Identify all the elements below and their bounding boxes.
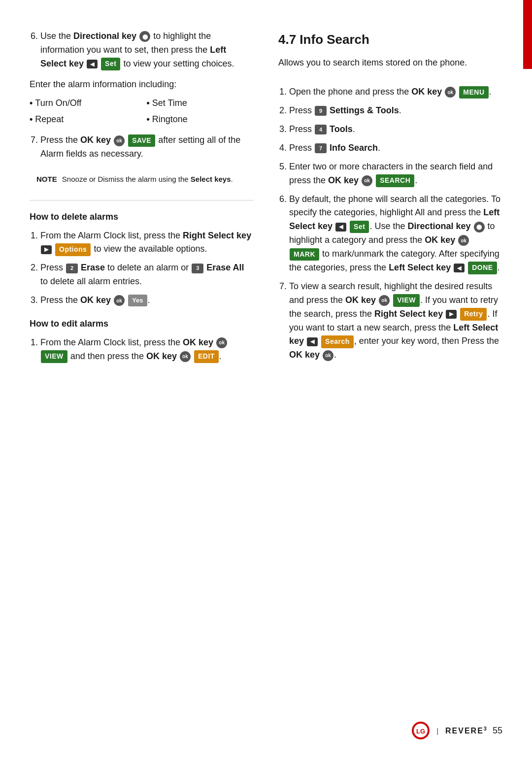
directional-key-label: Directional key <box>73 31 136 41</box>
left-select-key-label: Left Select key <box>40 45 226 68</box>
ok-key-icon-delete: ok <box>114 295 125 306</box>
tools-label: Tools <box>330 124 353 134</box>
page: Use the Directional key ⬤ to highlight t… <box>0 0 532 764</box>
save-button: SAVE <box>128 134 155 147</box>
done-button: DONE <box>468 262 497 274</box>
is-step-6: By default, the phone will search all th… <box>289 193 502 275</box>
delete-step-3: Press the OK key ok Yes. <box>40 294 254 307</box>
right-select-key-is7: Right Select key <box>374 309 443 319</box>
delete-step-2: Press 2 Erase to delete an alarm or 3 Er… <box>40 261 254 289</box>
erase-label: Erase <box>81 263 105 272</box>
note-label: NOTE <box>36 175 57 183</box>
left-select-key-is6b: Left Select key <box>389 263 451 272</box>
dir-icon-is6: ⬤ <box>474 222 485 233</box>
intro-text: Allows you to search items stored on the… <box>278 56 502 70</box>
step-7: Press the OK key ok SAVE after setting a… <box>40 133 254 161</box>
note-text: Snooze or Dismiss the alarm using the Se… <box>62 175 233 183</box>
is-step-7: To view a search result, highlight the d… <box>289 280 502 362</box>
dir-key-is6: Directional key <box>407 221 470 231</box>
alarm-bullets: Turn On/Off Set Time Repeat Ringtone <box>30 97 254 127</box>
search-button-is7: Search <box>321 335 354 348</box>
left-select-icon-is6: ◀ <box>335 223 346 232</box>
search-button-is5: SEARCH <box>376 174 414 187</box>
left-steps-list: Use the Directional key ⬤ to highlight t… <box>30 30 254 71</box>
how-delete-title: How to delete alarms <box>30 210 254 224</box>
select-keys-bold: Select keys <box>191 175 231 183</box>
ok-key-icon-step7: ok <box>114 135 125 146</box>
footer-separator: | <box>436 727 438 735</box>
bullet-set-time: Set Time <box>147 97 254 110</box>
ok-key-is6: OK key <box>425 235 455 245</box>
ok-key-label-step7: OK key <box>80 135 111 145</box>
info-search-label: Info Search <box>330 143 378 153</box>
view-button-edit: VIEW <box>41 350 67 363</box>
is-step-4: Press 7 Info Search. <box>289 141 502 155</box>
retry-button: Retry <box>460 308 487 321</box>
page-number: 55 <box>493 726 502 736</box>
erase-all-label: Erase All <box>206 263 244 272</box>
ok-icon-is6: ok <box>458 235 469 246</box>
ok-key-label-edit1: OK key <box>183 337 213 347</box>
bookmark-tab <box>523 0 532 69</box>
directional-key-icon: ⬤ <box>139 31 150 42</box>
bullet-repeat: Repeat <box>30 113 137 127</box>
ok-icon-is7b: ok <box>323 350 333 361</box>
step7-list: Press the OK key ok SAVE after setting a… <box>30 133 254 161</box>
note-box: NOTE Snooze or Dismiss the alarm using t… <box>30 169 254 190</box>
mark-button: MARK <box>290 248 319 261</box>
edit-button: EDIT <box>194 350 219 363</box>
ok-key-is5: OK key <box>328 175 359 185</box>
left-select-icon-is7: ◀ <box>307 337 318 346</box>
how-edit-title: How to edit alarms <box>30 317 254 331</box>
is-step-5: Enter two or more characters in the sear… <box>289 160 502 188</box>
ok-key-is1: OK key <box>411 87 442 97</box>
ok-icon-is7: ok <box>379 295 390 306</box>
right-select-key-label: Right Select key <box>183 231 251 240</box>
settings-tools-label: Settings & Tools <box>330 105 399 115</box>
ok-key-is7: OK key <box>345 295 376 305</box>
edit-steps-list: From the Alarm Clock list, press the OK … <box>30 336 254 364</box>
left-column: Use the Directional key ⬤ to highlight t… <box>30 30 254 370</box>
left-select-key-is7: Left Select key <box>289 323 498 346</box>
options-button: Options <box>55 243 91 256</box>
svg-text:LG: LG <box>416 728 425 735</box>
ok-key-icon-edit2: ok <box>180 351 191 362</box>
ok-key-icon-edit1: ok <box>216 337 227 348</box>
footer: LG | REVERE3 55 <box>412 722 502 739</box>
right-select-icon-is7: ▶ <box>446 310 457 319</box>
lg-logo-icon: LG <box>412 722 430 739</box>
left-select-key-icon: ◀ <box>87 60 98 68</box>
revere-superscript: 3 <box>484 726 488 731</box>
bullet-turn-onoff: Turn On/Off <box>30 97 137 110</box>
delete-steps-list: From the Alarm Clock list, press the Rig… <box>30 229 254 307</box>
delete-step-1: From the Alarm Clock list, press the Rig… <box>40 229 254 257</box>
num4-icon: 4 <box>315 125 327 134</box>
num9-icon: 9 <box>315 106 327 116</box>
set-button: Set <box>101 58 120 70</box>
yes-button: Yes <box>128 295 147 306</box>
menu-button: MENU <box>459 86 488 99</box>
lg-svg: LG <box>413 723 429 738</box>
view-button-is7: VIEW <box>393 294 420 307</box>
right-column: 4.7 Info Search Allows you to search ite… <box>278 30 502 370</box>
content-columns: Use the Directional key ⬤ to highlight t… <box>30 30 502 370</box>
footer-logo: LG <box>412 722 430 739</box>
ok-key-label-edit2: OK key <box>146 351 177 361</box>
divider-1 <box>30 200 254 200</box>
info-search-steps: Open the phone and press the OK key ok M… <box>278 85 502 362</box>
is-step-1: Open the phone and press the OK key ok M… <box>289 85 502 99</box>
ok-key-label-delete: OK key <box>80 295 111 305</box>
right-select-key-icon: ▶ <box>41 245 52 254</box>
is-step-3: Press 4 Tools. <box>289 123 502 136</box>
left-select-icon-is6b: ◀ <box>454 264 465 272</box>
edit-step-1: From the Alarm Clock list, press the OK … <box>40 336 254 364</box>
ok-key-is7b: OK key <box>289 350 320 360</box>
ok-icon-is5: ok <box>362 175 372 186</box>
num7-icon: 7 <box>315 143 327 153</box>
ok-icon-is1: ok <box>445 87 456 98</box>
erase-all-num-icon: 3 <box>192 264 203 273</box>
bullet-ringtone: Ringtone <box>147 113 254 127</box>
step-6: Use the Directional key ⬤ to highlight t… <box>40 30 254 71</box>
erase-num-icon: 2 <box>66 264 78 273</box>
revere-brand: REVERE3 <box>445 726 488 735</box>
